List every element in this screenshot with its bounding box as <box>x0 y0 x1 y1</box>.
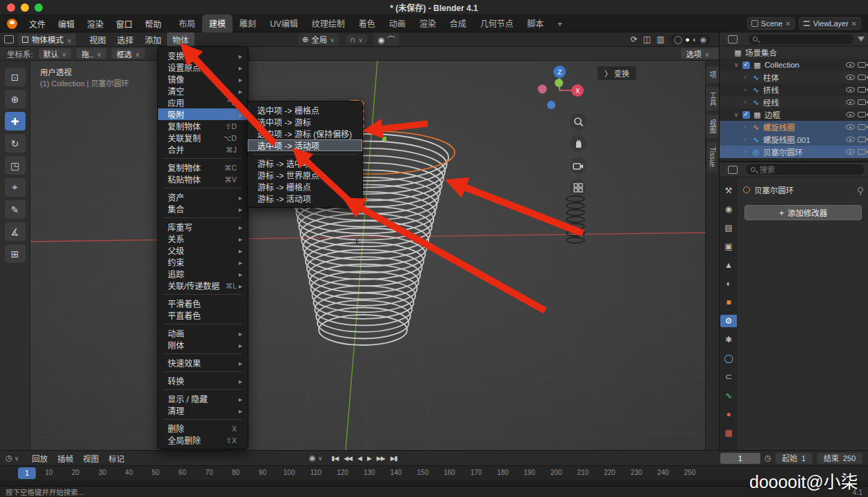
object-menu-item[interactable]: 清理 <box>158 405 248 416</box>
expand-icon[interactable]: › <box>742 136 749 143</box>
tool-transform-button[interactable]: ⌖ <box>5 178 26 197</box>
outliner-row[interactable]: › ∿ 螺旋线圈.001 <box>720 133 868 146</box>
shading-solid-icon[interactable]: ● <box>685 35 690 44</box>
coordinate-system-dropdown[interactable]: 默认 <box>39 48 72 59</box>
object-menu-item[interactable] <box>164 324 242 324</box>
sidebar-tab-tool[interactable]: 工具 <box>706 87 719 110</box>
object-menu-item[interactable]: 粘贴物体 ⌘V <box>158 173 248 185</box>
play-reverse-button[interactable]: ◀ <box>355 454 364 463</box>
transform-panel-tab[interactable]: 〉 变换 <box>598 66 636 80</box>
object-menu-item[interactable]: 变换 <box>158 50 248 61</box>
keying-menu[interactable]: 插帧 <box>52 451 78 465</box>
jump-to-start-button[interactable]: ▮◀ <box>328 454 341 463</box>
workspace-tab-shading[interactable]: 着色 <box>352 14 382 32</box>
expand-icon[interactable]: ∨ <box>733 111 740 118</box>
shading-rendered-icon[interactable]: ◉ <box>700 35 707 44</box>
expand-icon[interactable]: › <box>742 124 749 130</box>
object-menu-item[interactable]: 平直着色 <box>158 309 248 321</box>
object-menu-item[interactable]: 动画 <box>158 327 248 339</box>
object-menu-item[interactable]: 关联复制 ⌥D <box>158 132 248 144</box>
outliner-row[interactable]: › ◎ 贝塞尔圆环 <box>720 146 868 158</box>
workspace-tab-uv[interactable]: UV编辑 <box>263 14 305 32</box>
add-menu[interactable]: 添加 <box>139 32 167 47</box>
tool-add-cube-button[interactable]: ⊞ <box>5 244 26 263</box>
camera-render-icon[interactable] <box>858 112 866 117</box>
outliner-row[interactable]: › ∿ 螺旋线圈 <box>720 121 868 133</box>
frame-start-field[interactable]: 起始 1 <box>776 453 813 464</box>
timeline-editor-type-icon[interactable]: ◷ <box>6 454 19 462</box>
snap-menu-item[interactable]: 选中项 -> 活动项 <box>248 139 362 151</box>
jump-to-end-button[interactable]: ▶▮ <box>388 454 400 463</box>
transform-orientation-dropdown[interactable]: ⊕ 全局 <box>298 33 339 46</box>
camera-render-icon[interactable] <box>858 75 866 80</box>
tool-rotate-button[interactable]: ↻ <box>5 134 26 153</box>
tool-scale-button[interactable]: ◳ <box>5 156 26 175</box>
workspace-tab-sculpting[interactable]: 雕刻 <box>233 14 263 32</box>
object-menu-item[interactable] <box>164 188 242 188</box>
view-layer-selector[interactable]: ViewLayer ✕ <box>799 17 861 30</box>
outliner-row[interactable]: ∨ ▦ 边框 <box>720 108 868 121</box>
3d-viewport[interactable]: Z X 用户透视 (1) Collection | 贝塞尔圆环 〉 变换 <box>30 61 705 450</box>
sidebar-tab-tissue[interactable]: Tissue <box>707 142 718 172</box>
eye-icon[interactable] <box>846 137 855 142</box>
tool-measure-button[interactable]: ∡ <box>5 222 26 241</box>
object-menu-item[interactable]: 合并 ⌘J <box>158 144 248 155</box>
shading-material-icon[interactable]: ◐ <box>693 35 698 44</box>
workspace-tab-texture-paint[interactable]: 纹理绘制 <box>305 14 352 32</box>
expand-icon[interactable]: › <box>742 74 749 81</box>
workspace-tab-rendering[interactable]: 渲染 <box>413 14 443 32</box>
object-menu-button[interactable]: 物体 <box>167 32 195 47</box>
eye-icon[interactable] <box>846 149 855 155</box>
prev-keyframe-button[interactable]: ◀◀ <box>341 454 355 463</box>
eye-icon[interactable] <box>846 87 855 92</box>
tool-annotate-button[interactable]: ✎ <box>5 200 26 219</box>
properties-tab-texture[interactable]: ▦ <box>720 427 737 439</box>
menu-window[interactable]: 窗口 <box>110 16 139 32</box>
show-overlays-icon[interactable]: ◫ <box>643 35 651 44</box>
show-gizmo-icon[interactable]: ⟳ <box>631 35 638 44</box>
shading-wireframe-icon[interactable]: ◯ <box>674 35 682 44</box>
eye-icon[interactable] <box>846 62 855 68</box>
object-menu-item[interactable]: 父级 <box>158 244 248 256</box>
timeline-ruler[interactable]: 1020304050607080901001101201301401501601… <box>0 465 868 480</box>
object-menu-item[interactable] <box>164 419 242 420</box>
outliner-row[interactable]: › ∿ 挤线 <box>720 84 868 96</box>
tool-cursor-button[interactable]: ⊕ <box>5 90 26 108</box>
properties-tab-scene[interactable]: ▲ <box>720 259 737 271</box>
snap-menu-item[interactable]: 游标 -> 栅格点 <box>248 181 362 193</box>
eye-icon[interactable] <box>846 99 855 105</box>
snap-menu-item[interactable] <box>253 154 357 155</box>
filter-icon[interactable] <box>858 37 865 41</box>
properties-editor-type-icon[interactable] <box>728 166 738 174</box>
expand-icon[interactable]: › <box>742 99 749 106</box>
expand-icon[interactable]: › <box>742 86 749 93</box>
object-menu-item[interactable]: 显示 / 隐藏 <box>158 393 248 405</box>
workspace-tab-geometry-nodes[interactable]: 几何节点 <box>473 14 520 32</box>
pin-icon[interactable] <box>858 187 863 193</box>
unlink-scene-icon[interactable]: ✕ <box>785 20 791 28</box>
object-menu-item[interactable]: 约束 <box>158 256 248 268</box>
workspace-tab-compositing[interactable]: 合成 <box>443 14 473 32</box>
blender-logo-icon[interactable] <box>7 19 17 29</box>
view-menu[interactable]: 视图 <box>84 32 112 47</box>
workspace-tab-layout[interactable]: 布局 <box>172 14 202 32</box>
object-menu-item[interactable]: 复制物体 ⌘C <box>158 162 248 173</box>
outliner-editor-type-icon[interactable] <box>728 35 738 43</box>
object-menu-item[interactable]: 关联/传递数据 ⌘L <box>158 280 248 291</box>
camera-render-icon[interactable] <box>858 137 866 142</box>
object-menu-item[interactable]: 平滑着色 <box>158 298 248 309</box>
object-menu-item[interactable]: 快速效果 <box>158 357 248 369</box>
tool-move-button[interactable]: ✚ <box>5 112 26 130</box>
collection-checkbox[interactable] <box>742 61 750 69</box>
object-menu-item[interactable]: 关系 <box>158 233 248 244</box>
menu-render[interactable]: 渲染 <box>81 16 110 32</box>
outliner-search[interactable] <box>749 35 854 44</box>
snap-menu-item[interactable]: 游标 -> 世界原点 <box>248 169 362 181</box>
properties-tab-modifiers[interactable]: ⚙ <box>720 315 737 327</box>
zoom-icon[interactable] <box>570 113 586 130</box>
view-menu-timeline[interactable]: 视图 <box>78 451 103 465</box>
properties-tab-object-data[interactable]: ∿ <box>720 389 737 402</box>
camera-render-icon[interactable] <box>858 87 866 92</box>
properties-tab-object[interactable]: ■ <box>720 296 737 309</box>
workspace-tab-modeling[interactable]: 建模 <box>202 14 233 32</box>
